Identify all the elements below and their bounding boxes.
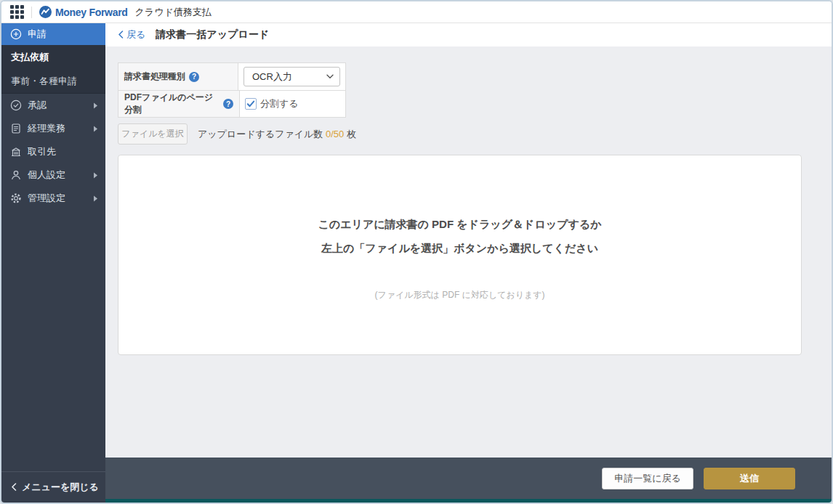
app-grid-icon[interactable] — [10, 5, 24, 19]
chevron-left-icon — [118, 30, 124, 41]
table-row: 請求書処理種別 ? OCR入力 — [118, 63, 345, 90]
bottom-accent-strip — [105, 499, 832, 503]
back-to-list-button[interactable]: 申請一覧に戻る — [602, 468, 693, 489]
processing-type-label: 請求書処理種別 ? — [118, 63, 238, 90]
money-forward-logo-icon — [39, 6, 52, 18]
submit-button[interactable]: 送信 — [704, 468, 795, 489]
app-window: Money Forward クラウド債務支払 申請 支払依頼 事前・各種申請 — [0, 0, 833, 504]
building-icon — [10, 146, 22, 158]
document-icon — [10, 123, 22, 134]
content-area: 請求書処理種別 ? OCR入力 — [105, 46, 832, 458]
action-footer: 申請一覧に戻る 送信 — [105, 458, 832, 499]
sidebar-item-kojin-settei[interactable]: 個人設定 — [1, 163, 105, 187]
main-area: 戻る 請求書一括アップロード 請求書処理種別 ? OCR入力 — [105, 23, 832, 503]
top-header-bar: Money Forward クラウド債務支払 — [1, 1, 832, 23]
money-forward-logo[interactable]: Money Forward クラウド債務支払 — [39, 6, 212, 19]
chevron-right-icon — [93, 102, 98, 109]
header-divider — [31, 7, 32, 18]
sidebar-item-shinsei[interactable]: 申請 — [1, 23, 105, 45]
product-name: クラウド債務支払 — [135, 6, 212, 19]
file-select-button[interactable]: ファイルを選択 — [118, 123, 188, 145]
chevron-left-icon — [11, 482, 17, 493]
help-icon[interactable]: ? — [189, 72, 199, 82]
breadcrumb: 戻る 請求書一括アップロード — [105, 23, 832, 46]
sidebar-item-shounin[interactable]: 承認 — [1, 94, 105, 117]
split-checkbox[interactable] — [245, 98, 257, 110]
close-menu-button[interactable]: メニューを閉じる — [1, 471, 105, 503]
pdf-split-cell: 分割する — [240, 91, 345, 117]
chevron-down-icon — [326, 74, 334, 79]
processing-type-select[interactable]: OCR入力 — [244, 67, 340, 86]
processing-type-cell: OCR入力 — [238, 63, 345, 90]
person-icon — [10, 169, 22, 181]
upload-settings-table: 請求書処理種別 ? OCR入力 — [118, 62, 346, 118]
upload-count-text: アップロードするファイル数 0/50 枚 — [198, 128, 356, 141]
pdf-split-label: PDFファイルのページ分割 ? — [118, 91, 240, 117]
sidebar-item-torihikisaki[interactable]: 取引先 — [1, 140, 105, 163]
file-select-row: ファイルを選択 アップロードするファイル数 0/50 枚 — [118, 123, 799, 145]
sidebar-item-shiharai-irai[interactable]: 支払依頼 — [1, 45, 105, 69]
dropzone-instruction-line1: このエリアに請求書の PDF をドラッグ＆ドロップするか — [118, 212, 801, 236]
upload-count-value: 0/50 — [326, 129, 344, 139]
dropzone-format-note: (ファイル形式は PDF に対応しております) — [118, 289, 801, 301]
split-checkbox-label[interactable]: 分割する — [260, 97, 299, 110]
chevron-right-icon — [93, 195, 98, 202]
sidebar-item-kanri-settei[interactable]: 管理設定 — [1, 187, 105, 210]
dropzone-instruction-line2: 左上の「ファイルを選択」ボタンから選択してください — [118, 236, 801, 260]
plus-circle-icon — [10, 28, 22, 40]
chevron-right-icon — [93, 126, 98, 132]
sidebar-item-keiri-gyoumu[interactable]: 経理業務 — [1, 117, 105, 140]
chevron-right-icon — [93, 172, 98, 179]
back-link[interactable]: 戻る — [118, 28, 145, 41]
pdf-dropzone[interactable]: このエリアに請求書の PDF をドラッグ＆ドロップするか 左上の「ファイルを選択… — [118, 155, 802, 355]
check-circle-icon — [10, 99, 22, 111]
page-title: 請求書一括アップロード — [156, 28, 269, 41]
sidebar-nav: 申請 支払依頼 事前・各種申請 承認 — [1, 23, 105, 503]
brand-wordmark: Money Forward — [55, 7, 128, 18]
table-row: PDFファイルのページ分割 ? 分割する — [118, 90, 345, 117]
sidebar-item-jizen-kakushu[interactable]: 事前・各種申請 — [1, 69, 105, 93]
sidebar-submenu: 支払依頼 事前・各種申請 — [1, 45, 105, 94]
help-icon[interactable]: ? — [223, 99, 233, 109]
gear-icon — [10, 192, 22, 204]
